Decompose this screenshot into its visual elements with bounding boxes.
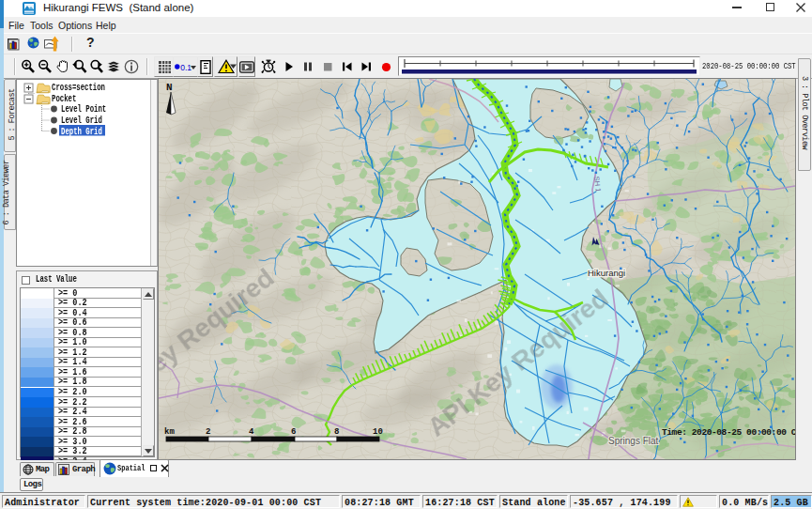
svg-text:6: 6 [291,427,296,437]
svg-text:km: km [164,427,175,437]
svg-text:2: 2 [206,427,210,437]
svg-text:Hikurangi: Hikurangi [588,268,625,278]
svg-text:Springs Flat: Springs Flat [608,436,659,446]
svg-text:10: 10 [373,427,383,437]
svg-text:Time: 2020-08-25 00:00:00 CST: Time: 2020-08-25 00:00:00 CST [662,427,795,438]
svg-text:N: N [166,82,173,93]
svg-text:4: 4 [249,427,254,437]
svg-text:0.1: 0.1 [180,63,192,72]
svg-text:8: 8 [334,427,339,437]
